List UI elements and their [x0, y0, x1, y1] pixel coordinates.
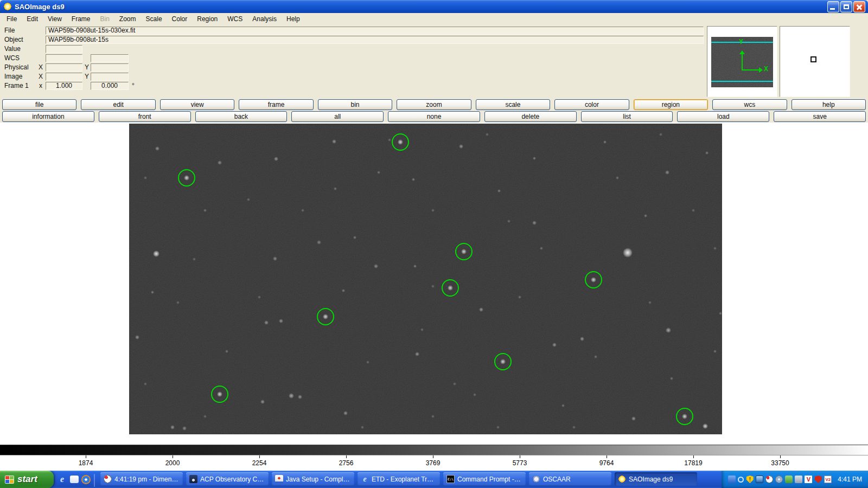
region-circle-marker[interactable] [676, 408, 693, 425]
file-value-field[interactable]: WAP59b-0908ut-15s-030ex.fit [46, 27, 704, 35]
taskbar-task-acp-observatory-co[interactable]: ACP Observatory Co... [186, 472, 269, 486]
taskbar-task-4-41-19-pm-dimensi[interactable]: 4:41:19 pm - Dimensi... [100, 472, 183, 486]
taskbar-task-saoimage-ds9[interactable]: SAOImage ds9 [615, 472, 697, 486]
panel-button-zoom[interactable]: zoom [397, 99, 471, 110]
menu-zoom[interactable]: Zoom [114, 14, 141, 24]
media-player-icon[interactable] [81, 475, 91, 484]
panel-button-row-main: fileeditviewframebinzoomscalecolorregion… [0, 99, 868, 111]
panel-button-view[interactable]: view [160, 99, 234, 110]
star [218, 160, 222, 165]
panel-button-frame[interactable]: frame [239, 99, 313, 110]
close-button[interactable] [853, 1, 865, 12]
region-circle-marker[interactable] [178, 169, 195, 187]
star [486, 133, 489, 136]
star [552, 343, 557, 347]
menu-analysis[interactable]: Analysis [247, 14, 282, 24]
region-circle-marker[interactable] [211, 386, 228, 403]
menu-edit[interactable]: Edit [22, 14, 43, 24]
menu-bar: FileEditViewFrameBinZoomScaleColorRegion… [0, 13, 868, 24]
restore-button[interactable] [840, 1, 852, 12]
minimize-button[interactable] [827, 1, 839, 12]
panel-button-file[interactable]: file [2, 99, 76, 110]
search-icon[interactable] [738, 477, 744, 483]
panel-button-list[interactable]: list [581, 111, 673, 122]
region-circle-marker[interactable] [585, 271, 602, 288]
region-circle-marker[interactable] [317, 308, 334, 325]
star [431, 209, 435, 212]
star [203, 209, 207, 212]
internet-explorer-icon[interactable]: e [58, 475, 67, 484]
start-button[interactable]: start [0, 471, 54, 488]
fits-image[interactable] [129, 124, 722, 434]
menu-region[interactable]: Region [192, 14, 222, 24]
panel-button-delete[interactable]: delete [484, 111, 577, 122]
mail-icon[interactable] [70, 476, 79, 483]
frame-rotation-field[interactable]: 0.000 [91, 82, 129, 90]
panel-button-color[interactable]: color [554, 99, 629, 110]
taskbar-task-java-setup-complete[interactable]: Java Setup - Complete [272, 472, 354, 486]
wcs-y-field[interactable] [91, 54, 129, 62]
panel-button-region[interactable]: region [634, 99, 708, 110]
panel-button-information[interactable]: information [2, 111, 94, 122]
menu-frame[interactable]: Frame [67, 14, 95, 24]
frame-zoom-field[interactable]: 1.000 [46, 82, 82, 90]
panel-button-wcs[interactable]: wcs [712, 99, 787, 110]
messenger-icon[interactable] [728, 476, 736, 483]
taskbar-task-etd-exoplanet-tran[interactable]: eETD - Exoplanet Tran... [358, 472, 440, 486]
star [144, 382, 147, 386]
star [377, 171, 380, 174]
menu-view[interactable]: View [43, 14, 67, 24]
panner[interactable]: Y X [707, 26, 777, 97]
panel-button-help[interactable]: help [792, 99, 866, 110]
menu-file[interactable]: File [2, 14, 22, 24]
panel-button-edit[interactable]: edit [81, 99, 155, 110]
update-status-icon[interactable] [785, 476, 793, 483]
image-x-field[interactable] [46, 73, 82, 81]
menu-scale[interactable]: Scale [141, 14, 167, 24]
removable-device-icon[interactable] [795, 476, 802, 483]
magnifier[interactable] [780, 26, 850, 97]
panel-button-scale[interactable]: scale [476, 99, 550, 110]
colorbar-tick [173, 455, 173, 458]
display-settings-icon[interactable] [756, 476, 763, 483]
firewall-shield-icon[interactable] [814, 476, 822, 483]
taskbar-task-oscaar[interactable]: OSCAAR [529, 472, 611, 486]
star [670, 377, 673, 380]
panel-button-load[interactable]: load [677, 111, 769, 122]
menu-color[interactable]: Color [167, 14, 193, 24]
image-y-field[interactable] [91, 73, 129, 81]
physical-y-field[interactable] [91, 63, 129, 72]
panel-button-bin[interactable]: bin [318, 99, 392, 110]
ds9-application-window: SAOImage ds9 FileEditViewFrameBinZoomSca… [0, 0, 868, 488]
panel-button-front[interactable]: front [99, 111, 191, 122]
physical-x-field[interactable] [46, 63, 82, 72]
physical-label: Physical [4, 63, 29, 72]
star [353, 236, 356, 239]
menu-help[interactable]: Help [282, 14, 305, 24]
info-panel: File Object Value WCS Physical Image Fra… [0, 24, 868, 99]
region-circle-marker[interactable] [494, 353, 512, 370]
value-field[interactable] [46, 45, 82, 53]
colorbar-tick-label: 5773 [513, 459, 527, 467]
region-circle-marker[interactable] [455, 243, 473, 260]
time-sync-clock-icon[interactable] [765, 476, 773, 483]
security-warning-shield-icon[interactable]: ! [746, 476, 754, 483]
region-circle-marker[interactable] [392, 133, 409, 151]
virusscan-console-icon[interactable]: V2 [824, 476, 832, 483]
colorbar-tick [86, 455, 86, 458]
cd-drive-icon[interactable] [775, 476, 783, 483]
panel-button-back[interactable]: back [195, 111, 288, 122]
region-circle-marker[interactable] [442, 279, 459, 297]
colorbar[interactable] [0, 445, 868, 455]
java-icon [275, 475, 283, 483]
object-value-field[interactable]: WAP59b-0908ut-15s [46, 36, 704, 44]
menu-wcs[interactable]: WCS [222, 14, 247, 24]
antivirus-v-icon[interactable]: V [805, 476, 812, 483]
panel-button-none[interactable]: none [388, 111, 480, 122]
taskbar-task-command-prompt-p[interactable]: C:\Command Prompt - p... [443, 472, 526, 486]
panel-button-all[interactable]: all [291, 111, 384, 122]
wcs-x-field[interactable] [46, 54, 82, 62]
acp-icon [189, 475, 197, 483]
panel-button-save[interactable]: save [774, 111, 866, 122]
task-label: Command Prompt - p... [457, 476, 522, 483]
